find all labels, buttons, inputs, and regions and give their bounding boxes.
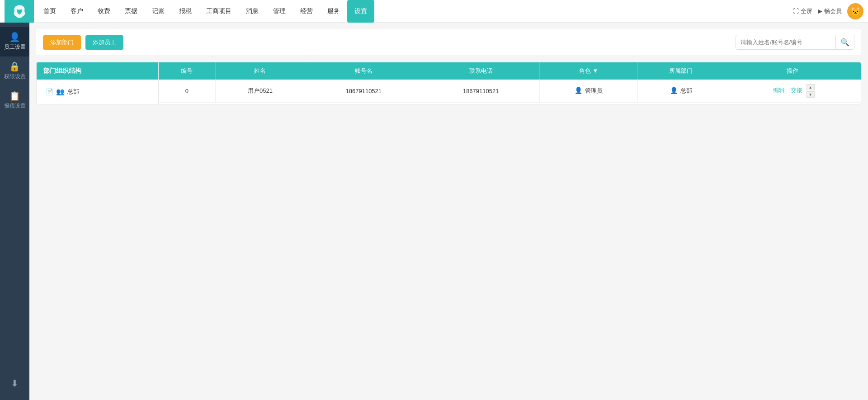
dept-tree-item[interactable]: 📄 👥 总部 [43, 84, 151, 99]
sidebar-employee-label: 员工设置 [4, 43, 26, 51]
fullscreen-button[interactable]: ⛶ 全屏 [793, 7, 812, 15]
sidebar-download[interactable]: ⬇ [9, 373, 21, 393]
nav-items: 首页 客户 收费 票据 记账 报税 工商项目 消息 管理 经营 服务 设置 [36, 0, 793, 23]
sidebar: 👤 员工设置 🔒 权限设置 📋 报税设置 ⬇ [0, 23, 29, 400]
transfer-link[interactable]: 交接 [791, 87, 802, 94]
dept-tree-header: 部门组织结构 [37, 62, 158, 80]
employee-table: 编号 姓名 账号名 联系电话 角色 ▼ 所属部门 操作 0 用户0521 [159, 62, 861, 103]
col-phone: 联系电话 [422, 62, 539, 80]
main-layout: 👤 员工设置 🔒 权限设置 📋 报税设置 ⬇ 添加部门 添加员工 🔍 [0, 23, 868, 400]
file-icon: 📄 [46, 88, 53, 95]
lock-icon: 🔒 [9, 62, 20, 71]
cell-dept: 👤 总部 [638, 80, 724, 103]
col-role[interactable]: 角色 ▼ [539, 62, 637, 80]
col-action: 操作 [724, 62, 861, 80]
tax-icon: 📋 [9, 91, 20, 100]
add-dept-button[interactable]: 添加部门 [43, 35, 81, 50]
main-panel: 部门组织结构 📄 👥 总部 编号 姓名 账号名 [36, 62, 861, 104]
nav-item-message[interactable]: 消息 [239, 0, 266, 23]
nav-item-manage[interactable]: 管理 [266, 0, 293, 23]
role-name: 管理员 [585, 87, 603, 94]
cell-phone: 18679110521 [422, 80, 539, 103]
nav-item-home[interactable]: 首页 [36, 0, 63, 23]
cell-role: 👤 管理员 [539, 80, 637, 103]
sidebar-permission-label: 权限设置 [4, 73, 26, 80]
scroll-up-button[interactable]: ▲ [807, 84, 815, 90]
member-label: 畅会员 [824, 7, 842, 15]
svg-point-0 [17, 9, 19, 11]
role-icon: 👤 [575, 87, 582, 94]
logo[interactable] [5, 0, 34, 23]
sidebar-tax-label: 报税设置 [4, 102, 26, 110]
nav-item-settings[interactable]: 设置 [347, 0, 374, 23]
dept-name: 总部 [67, 88, 79, 96]
sidebar-item-permission[interactable]: 🔒 权限设置 [0, 56, 29, 86]
dept-tree-body: 📄 👥 总部 [37, 80, 158, 104]
dept-user-icon: 👤 [670, 87, 678, 94]
table-row: 0 用户0521 18679110521 18679110521 👤 管理员 👤… [159, 80, 861, 103]
nav-item-service[interactable]: 服务 [320, 0, 347, 23]
nav-item-operation[interactable]: 经营 [293, 0, 320, 23]
staff-table: 编号 姓名 账号名 联系电话 角色 ▼ 所属部门 操作 0 用户0521 [159, 62, 861, 104]
cell-actions: 编辑 交接 ▲ ▼ [724, 80, 861, 103]
avatar-icon: 🐱 [850, 6, 860, 16]
content-area: 添加部门 添加员工 🔍 部门组织结构 📄 👥 总部 [29, 23, 868, 400]
sidebar-item-tax-settings[interactable]: 📋 报税设置 [0, 86, 29, 115]
col-dept: 所属部门 [638, 62, 724, 80]
search-icon: 🔍 [840, 38, 849, 46]
nav-item-business[interactable]: 工商项目 [199, 0, 239, 23]
toolbar: 添加部门 添加员工 🔍 [36, 29, 861, 55]
scroll-down-button[interactable]: ▼ [807, 91, 815, 98]
edit-link[interactable]: 编辑 [773, 87, 785, 94]
right-actions: ⛶ 全屏 ▶ 畅会员 🐱 [793, 3, 863, 19]
employee-icon: 👤 [9, 33, 20, 42]
table-header-row: 编号 姓名 账号名 联系电话 角色 ▼ 所属部门 操作 [159, 62, 861, 80]
play-icon: ▶ [818, 8, 822, 14]
download-icon: ⬇ [11, 379, 19, 388]
fullscreen-label: 全屏 [801, 7, 812, 15]
top-nav: 首页 客户 收费 票据 记账 报税 工商项目 消息 管理 经营 服务 设置 ⛶ … [0, 0, 868, 23]
member-button[interactable]: ▶ 畅会员 [818, 7, 842, 15]
nav-item-bill[interactable]: 票据 [118, 0, 145, 23]
dept-tree: 部门组织结构 📄 👥 总部 [37, 62, 159, 104]
col-name: 姓名 [215, 62, 305, 80]
col-account: 账号名 [305, 62, 422, 80]
dept-name-cell: 总部 [680, 87, 692, 94]
search-input[interactable] [736, 36, 835, 48]
nav-item-tax[interactable]: 报税 [172, 0, 199, 23]
fullscreen-icon: ⛶ [793, 8, 799, 14]
nav-item-fee[interactable]: 收费 [90, 0, 118, 23]
sidebar-bottom: ⬇ [9, 373, 21, 400]
search-button[interactable]: 🔍 [835, 35, 854, 49]
sidebar-item-employee[interactable]: 👤 员工设置 [0, 27, 29, 56]
col-number: 编号 [159, 62, 215, 80]
cell-name: 用户0521 [215, 80, 305, 103]
search-box: 🔍 [736, 35, 854, 50]
nav-item-client[interactable]: 客户 [63, 0, 90, 23]
nav-item-accounting[interactable]: 记账 [145, 0, 172, 23]
add-staff-button[interactable]: 添加员工 [85, 35, 123, 50]
cell-account: 18679110521 [305, 80, 422, 103]
tree-user-icon: 👥 [56, 88, 65, 96]
svg-point-1 [20, 9, 22, 11]
cell-number: 0 [159, 80, 215, 103]
avatar[interactable]: 🐱 [847, 3, 863, 19]
